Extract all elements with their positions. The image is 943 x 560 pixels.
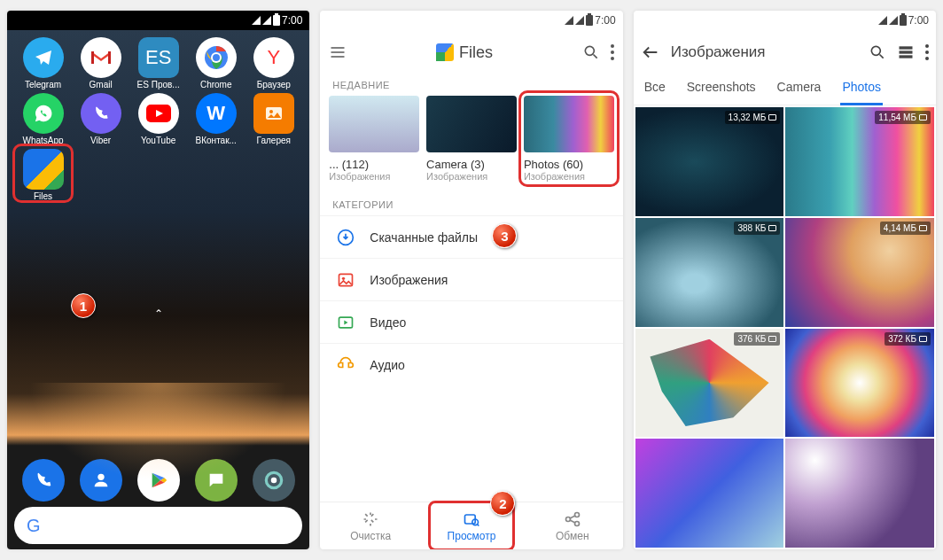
app-youtube[interactable]: YouTube — [129, 93, 187, 145]
signal-icon — [575, 16, 584, 25]
cat-images[interactable]: Изображения — [320, 258, 622, 300]
app-yandex[interactable]: YБраузер — [245, 37, 302, 89]
svg-point-2 — [213, 54, 220, 61]
tab-photos[interactable]: Photos — [840, 74, 883, 105]
clock: 7:00 — [595, 14, 615, 27]
back-icon[interactable] — [641, 43, 660, 62]
cat-audio[interactable]: Аудио — [320, 343, 622, 385]
more-icon[interactable] — [611, 44, 614, 60]
phone-home: 7:00 Telegram Gmail ESES Пров... Chrome … — [7, 11, 309, 549]
wifi-icon — [565, 16, 573, 25]
favorites-bar — [7, 459, 309, 502]
tab-screenshots[interactable]: Screenshots — [685, 74, 758, 99]
nav-share[interactable]: Обмен — [522, 502, 623, 549]
recent-card-photos[interactable]: Photos (60)Изображения — [524, 96, 614, 182]
recent-card-0[interactable]: ... (112)Изображения — [329, 96, 419, 182]
svg-point-18 — [472, 519, 479, 525]
svg-point-12 — [611, 57, 614, 60]
image-cell[interactable] — [785, 439, 934, 548]
recent-card-1[interactable]: Camera (3)Изображения — [426, 96, 517, 182]
google-logo: G — [27, 516, 41, 536]
size-badge: 376 КБ — [734, 332, 780, 346]
size-badge: 388 КБ — [734, 222, 780, 235]
app-esexplorer[interactable]: ESES Пров... — [129, 37, 187, 89]
video-icon — [336, 313, 355, 332]
fav-playstore[interactable] — [137, 459, 180, 502]
status-bar: 7:00 — [7, 11, 309, 30]
svg-point-5 — [269, 110, 273, 113]
categories-header: КАТЕГОРИИ — [320, 194, 622, 215]
app-drawer-caret-icon[interactable]: ⌃ — [7, 307, 309, 320]
image-cell[interactable]: 376 КБ — [635, 329, 784, 438]
app-gmail[interactable]: Gmail — [72, 37, 129, 89]
cat-videos[interactable]: Видео — [320, 300, 622, 343]
svg-point-15 — [342, 276, 345, 279]
image-cell[interactable] — [635, 439, 784, 548]
svg-point-27 — [925, 51, 929, 54]
recent-row: ... (112)Изображения Camera (3)Изображен… — [320, 96, 622, 194]
image-cell[interactable]: 4,14 МБ — [785, 218, 934, 327]
svg-rect-23 — [899, 46, 912, 49]
sd-icon — [919, 225, 927, 231]
svg-point-26 — [925, 44, 929, 48]
sd-icon — [919, 114, 927, 121]
home-screen: Telegram Gmail ESES Пров... Chrome YБрау… — [7, 30, 309, 549]
size-badge: 13,32 МБ — [725, 111, 781, 124]
app-toolbar: Files — [320, 30, 622, 74]
size-badge: 4,14 МБ — [880, 222, 931, 235]
size-badge: 372 КБ — [885, 332, 931, 346]
image-cell[interactable]: 388 КБ — [635, 218, 784, 327]
tab-camera[interactable]: Camera — [775, 74, 823, 99]
google-search-bar[interactable]: G — [14, 507, 302, 544]
app-telegram[interactable]: Telegram — [14, 37, 72, 89]
clock: 7:00 — [282, 14, 302, 27]
sd-icon — [768, 114, 776, 121]
fav-contacts[interactable] — [80, 459, 122, 502]
more-icon[interactable] — [925, 44, 929, 60]
search-icon[interactable] — [582, 43, 600, 61]
bottom-nav: Очистка Просмотр Обмен — [320, 502, 622, 549]
signal-icon — [262, 16, 271, 25]
fav-messages[interactable] — [195, 459, 238, 502]
app-gallery[interactable]: Галерея — [245, 93, 302, 145]
svg-point-28 — [925, 57, 929, 60]
size-badge: 11,54 МБ — [875, 111, 931, 124]
nav-clean[interactable]: Очистка — [320, 502, 421, 549]
app-files[interactable]: Files — [14, 149, 72, 201]
sd-icon — [919, 336, 927, 342]
image-cell[interactable]: 11,54 МБ — [785, 107, 934, 216]
image-cell[interactable]: 372 КБ — [785, 329, 934, 438]
app-whatsapp[interactable]: WhatsApp — [14, 93, 72, 145]
audio-icon — [336, 355, 355, 375]
app-title: Files — [357, 43, 571, 62]
tab-all[interactable]: Все — [643, 74, 667, 99]
app-vk[interactable]: WВКонтак... — [187, 93, 245, 145]
status-bar: 7:00 — [634, 11, 936, 30]
svg-rect-17 — [465, 515, 476, 524]
svg-rect-25 — [899, 55, 912, 58]
view-icon[interactable] — [897, 43, 915, 61]
image-cell[interactable]: 13,32 МБ — [635, 107, 784, 216]
download-icon — [336, 228, 355, 247]
image-grid: 13,32 МБ 11,54 МБ 388 КБ 4,14 МБ 376 КБ … — [634, 105, 936, 549]
wifi-icon — [878, 16, 887, 25]
clock: 7:00 — [908, 14, 929, 27]
svg-point-6 — [97, 474, 104, 480]
phone-files-app: 7:00 Files НЕДАВНИЕ ... (112)Изображения… — [320, 11, 622, 549]
battery-icon — [586, 15, 593, 26]
svg-point-11 — [611, 51, 614, 54]
fav-phone[interactable] — [22, 459, 65, 502]
annotation-badge-1: 1 — [71, 293, 96, 318]
svg-point-10 — [611, 44, 614, 48]
hamburger-icon[interactable] — [329, 43, 347, 61]
app-grid: Telegram Gmail ESES Пров... Chrome YБрау… — [7, 30, 309, 201]
svg-point-8 — [271, 478, 277, 484]
battery-icon — [900, 15, 907, 26]
sd-icon — [768, 336, 776, 342]
fav-camera[interactable] — [253, 459, 295, 502]
cat-downloads[interactable]: Скачанные файлы — [320, 215, 622, 258]
search-icon[interactable] — [869, 43, 886, 61]
app-viber[interactable]: Viber — [72, 93, 129, 145]
status-bar: 7:00 — [320, 11, 622, 30]
app-chrome[interactable]: Chrome — [187, 37, 245, 89]
